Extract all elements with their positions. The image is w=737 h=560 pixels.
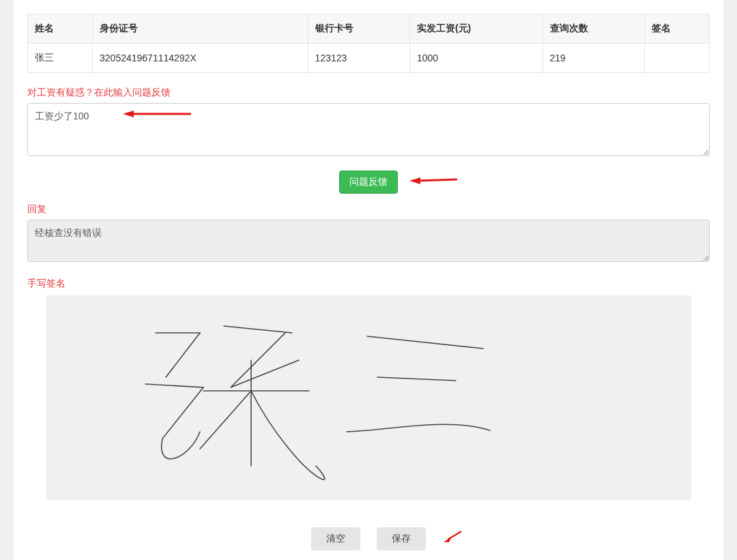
table-row: 张三 32052419671114292X 123123 1000 219 bbox=[28, 44, 710, 73]
col-name: 姓名 bbox=[28, 14, 93, 44]
save-button[interactable]: 保存 bbox=[377, 527, 426, 550]
feedback-label: 对工资有疑惑？在此输入问题反馈 bbox=[27, 87, 710, 99]
feedback-textarea-wrap bbox=[27, 103, 710, 158]
reply-textarea bbox=[27, 220, 710, 262]
signature-canvas[interactable] bbox=[46, 295, 691, 500]
page-container: 姓名 身份证号 银行卡号 实发工资(元) 查询次数 签名 张三 32052419… bbox=[14, 0, 723, 560]
col-salary: 实发工资(元) bbox=[409, 14, 543, 44]
signature-button-row: 清空 保存 bbox=[27, 527, 710, 550]
submit-feedback-button[interactable]: 问题反馈 bbox=[339, 171, 398, 194]
svg-marker-5 bbox=[444, 537, 452, 542]
cell-name: 张三 bbox=[28, 44, 93, 73]
feedback-button-row: 问题反馈 bbox=[27, 171, 710, 194]
svg-marker-3 bbox=[409, 177, 420, 184]
cell-salary: 1000 bbox=[409, 44, 543, 73]
cell-signature bbox=[644, 44, 709, 73]
reply-label: 回复 bbox=[27, 203, 710, 216]
annotation-arrow-icon bbox=[409, 175, 457, 186]
col-bank-card: 银行卡号 bbox=[308, 14, 409, 44]
cell-bank-card: 123123 bbox=[308, 44, 409, 73]
cell-id-number: 32052419671114292X bbox=[93, 44, 308, 73]
col-query-count: 查询次数 bbox=[543, 14, 644, 44]
signature-label: 手写签名 bbox=[27, 278, 710, 290]
annotation-arrow-icon bbox=[442, 530, 463, 542]
svg-line-4 bbox=[448, 531, 461, 540]
salary-table: 姓名 身份证号 银行卡号 实发工资(元) 查询次数 签名 张三 32052419… bbox=[27, 14, 710, 73]
cell-query-count: 219 bbox=[543, 44, 644, 73]
svg-line-2 bbox=[418, 179, 457, 181]
table-header-row: 姓名 身份证号 银行卡号 实发工资(元) 查询次数 签名 bbox=[28, 14, 710, 44]
col-id-number: 身份证号 bbox=[93, 14, 308, 44]
col-signature: 签名 bbox=[644, 14, 709, 44]
clear-button[interactable]: 清空 bbox=[311, 527, 360, 550]
feedback-textarea[interactable] bbox=[27, 103, 710, 156]
